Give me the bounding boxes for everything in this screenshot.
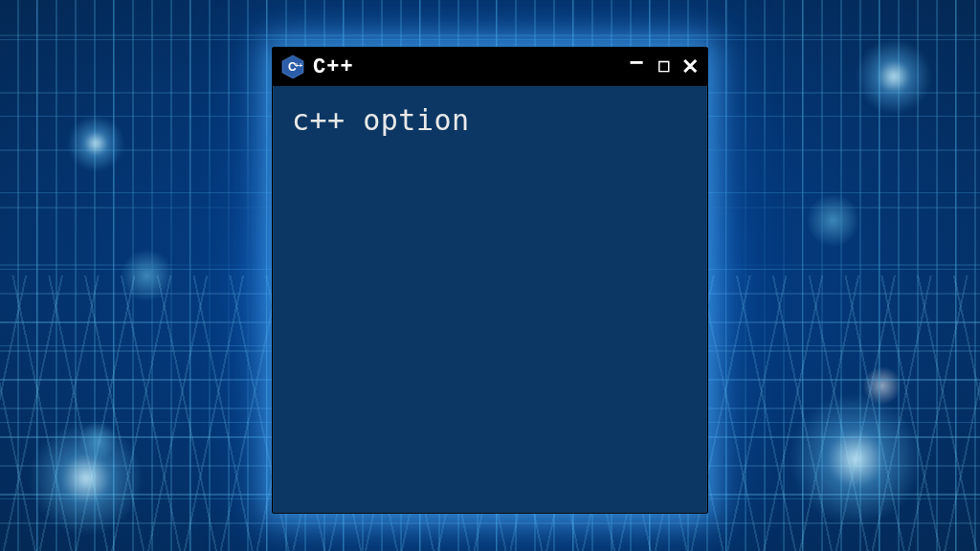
- window-controls: − ☐ ✕: [627, 55, 700, 79]
- window-title: C++: [313, 55, 619, 78]
- close-button[interactable]: ✕: [680, 56, 700, 77]
- console-output: c++ option: [292, 103, 470, 137]
- maximize-button[interactable]: ☐: [654, 58, 673, 73]
- background-glow: [856, 38, 932, 115]
- background-glow: [29, 421, 144, 536]
- window-body: c++ option: [273, 86, 707, 154]
- titlebar[interactable]: C + + C++ − ☐ ✕: [273, 48, 707, 86]
- minimize-button[interactable]: −: [627, 50, 646, 75]
- app-window: C + + C++ − ☐ ✕ c++ option: [272, 47, 708, 514]
- background-glow: [67, 115, 124, 172]
- svg-text:+: +: [299, 62, 302, 69]
- cpp-icon: C + +: [280, 55, 305, 79]
- background-glow: [789, 392, 923, 526]
